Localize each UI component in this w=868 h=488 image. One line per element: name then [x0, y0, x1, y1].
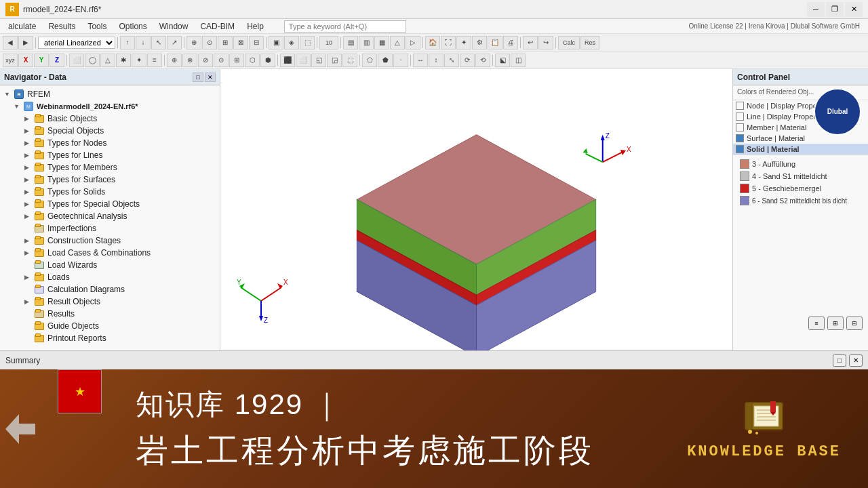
toolbar-res[interactable]: Res: [580, 36, 599, 49]
toolbar-btn-24[interactable]: 📋: [488, 36, 502, 49]
toolbar2-btn-8[interactable]: ⊕: [167, 54, 182, 67]
toolbar2-btn-7[interactable]: ≡: [147, 54, 162, 67]
menu-results[interactable]: Results: [43, 20, 81, 33]
toolbar-calc[interactable]: Calc: [558, 36, 580, 49]
tree-types-special[interactable]: ▶ Types for Special Objects: [0, 198, 220, 210]
toolbar-btn-7[interactable]: ⊕: [186, 36, 201, 49]
toolbar-btn-3[interactable]: ↑: [120, 36, 135, 49]
tree-loads[interactable]: ▶ Loads: [0, 271, 220, 283]
cp-solid-checkbox[interactable]: [736, 145, 744, 153]
minimize-button[interactable]: ─: [807, 2, 825, 17]
toolbar2-btn-24[interactable]: ↕: [429, 54, 443, 67]
menu-cad-bim[interactable]: CAD-BIM: [195, 20, 240, 33]
toolbar-btn-17[interactable]: ▦: [374, 36, 389, 49]
tree-imperfections[interactable]: ▶ Imperfections: [0, 222, 220, 235]
tree-root-rfem[interactable]: ▼ R RFEM: [0, 88, 220, 100]
tree-basic-objects[interactable]: ▶ Basic Objects: [0, 113, 220, 125]
toolbar2-btn-20[interactable]: ⬠: [362, 54, 377, 67]
toolbar-btn-4[interactable]: ↓: [136, 36, 151, 49]
toolbar2-btn-18[interactable]: ◲: [327, 54, 342, 67]
toolbar2-btn-13[interactable]: ⬡: [245, 54, 260, 67]
tree-calc-diagrams[interactable]: ▶ Calculation Diagrams: [0, 283, 220, 296]
menu-tools[interactable]: Tools: [82, 20, 112, 33]
toolbar2-btn-21[interactable]: ⬟: [378, 54, 393, 67]
tree-results[interactable]: ▶ Results: [0, 308, 220, 320]
cp-line-checkbox[interactable]: [736, 113, 744, 121]
toolbar2-btn-10[interactable]: ⊘: [198, 54, 213, 67]
cp-material-4[interactable]: 6 - Sand S2 mitteldicht bis dicht: [737, 195, 864, 207]
toolbar2-btn-1[interactable]: xyz: [3, 54, 18, 67]
toolbar2-btn-z[interactable]: Z: [50, 54, 64, 67]
toolbar-btn-22[interactable]: ✦: [456, 36, 471, 49]
restore-button[interactable]: ❐: [826, 2, 844, 17]
toolbar2-btn-14[interactable]: ⬢: [260, 54, 275, 67]
cp-btn-2[interactable]: ⊞: [827, 317, 844, 330]
toolbar-btn-20[interactable]: 🏠: [425, 36, 440, 49]
tree-guide-objects[interactable]: ▶ Guide Objects: [0, 320, 220, 332]
tree-types-nodes[interactable]: ▶ Types for Nodes: [0, 137, 220, 149]
toolbar2-btn-27[interactable]: ⟲: [475, 54, 490, 67]
toolbar-btn-25[interactable]: 🖨: [503, 36, 518, 49]
viewport[interactable]: Z X Y X: [220, 69, 732, 350]
toolbar2-btn-22[interactable]: ⬞: [393, 54, 408, 67]
cp-material-2[interactable]: 4 - Sand S1 mitteldicht: [737, 170, 864, 182]
toolbar-btn-18[interactable]: △: [390, 36, 405, 49]
toolbar2-btn-26[interactable]: ⟳: [460, 54, 475, 67]
toolbar-btn-16[interactable]: ▥: [359, 36, 374, 49]
toolbar-btn-5[interactable]: ↖: [151, 36, 166, 49]
toolbar-btn-8[interactable]: ⊙: [202, 36, 217, 49]
tree-result-objects[interactable]: ▶ Result Objects: [0, 296, 220, 308]
menu-window[interactable]: Window: [154, 20, 194, 33]
toolbar-undo[interactable]: ↩: [523, 36, 538, 49]
cp-material-3[interactable]: 5 - Geschiebemergel: [737, 182, 864, 195]
toolbar2-btn-17[interactable]: ◱: [311, 54, 326, 67]
cp-solid-material[interactable]: Solid | Material: [733, 144, 868, 155]
menu-help[interactable]: Help: [241, 20, 269, 33]
toolbar2-btn-y[interactable]: Y: [34, 54, 49, 67]
toolbar-btn-15[interactable]: ▤: [343, 36, 358, 49]
toolbar2-btn-6[interactable]: ✦: [132, 54, 146, 67]
tree-load-cases[interactable]: ▶ Load Cases & Combinations: [0, 247, 220, 259]
cp-surface-checkbox[interactable]: [736, 134, 744, 142]
toolbar2-btn-5[interactable]: ✱: [116, 54, 131, 67]
toolbar2-btn-9[interactable]: ⊗: [182, 54, 197, 67]
toolbar2-btn-23[interactable]: ↔: [413, 54, 428, 67]
tree-types-surfaces[interactable]: ▶ Types for Surfaces: [0, 174, 220, 186]
cp-node-checkbox[interactable]: [736, 102, 744, 110]
toolbar-btn-6[interactable]: ↗: [167, 36, 182, 49]
toolbar-btn-9[interactable]: ⊞: [218, 36, 233, 49]
tree-geotechnical[interactable]: ▶ Geotechnical Analysis: [0, 210, 220, 222]
material-dropdown[interactable]: aterial Linearized: [38, 37, 115, 49]
menu-options[interactable]: Options: [113, 20, 152, 33]
toolbar2-btn-19[interactable]: ⬚: [342, 54, 357, 67]
cp-member-checkbox[interactable]: [736, 123, 744, 131]
summary-close[interactable]: ✕: [849, 354, 863, 367]
toolbar2-btn-15[interactable]: ⬛: [280, 54, 295, 67]
toolbar2-btn-3[interactable]: ◯: [85, 54, 100, 67]
toolbar2-btn-12[interactable]: ⊞: [229, 54, 244, 67]
tree-load-wizards[interactable]: ▶ Load Wizards: [0, 259, 220, 271]
toolbar-btn-1[interactable]: ◀: [3, 36, 18, 49]
toolbar2-btn-x[interactable]: X: [18, 54, 33, 67]
toolbar-redo[interactable]: ↪: [538, 36, 553, 49]
tree-model[interactable]: ▼ M Webinarmodell_2024-EN.rf6*: [0, 100, 220, 113]
tree-special-objects[interactable]: ▶ Special Objects: [0, 125, 220, 137]
toolbar2-btn-25[interactable]: ⤡: [444, 54, 459, 67]
toolbar-btn-19[interactable]: ▷: [406, 36, 420, 49]
nav-close-button[interactable]: ✕: [205, 73, 216, 82]
toolbar2-btn-29[interactable]: ◫: [511, 54, 526, 67]
toolbar-btn-21[interactable]: ⛶: [441, 36, 456, 49]
toolbar-btn-13[interactable]: ◈: [284, 36, 299, 49]
toolbar-btn-23[interactable]: ⚙: [472, 36, 487, 49]
tree-types-members[interactable]: ▶ Types for Members: [0, 161, 220, 174]
search-input[interactable]: [284, 20, 406, 33]
toolbar2-btn-16[interactable]: ⬜: [296, 54, 311, 67]
toolbar2-btn-11[interactable]: ⊙: [214, 54, 229, 67]
toolbar2-btn-2[interactable]: ⬜: [69, 54, 84, 67]
tree-printout[interactable]: ▶ Printout Reports: [0, 332, 220, 344]
cp-btn-1[interactable]: ≡: [808, 317, 825, 330]
tree-types-lines[interactable]: ▶ Types for Lines: [0, 149, 220, 161]
cp-btn-3[interactable]: ⊟: [846, 317, 863, 330]
toolbar-btn-10[interactable]: ⊠: [233, 36, 248, 49]
nav-float-button[interactable]: □: [193, 73, 203, 82]
